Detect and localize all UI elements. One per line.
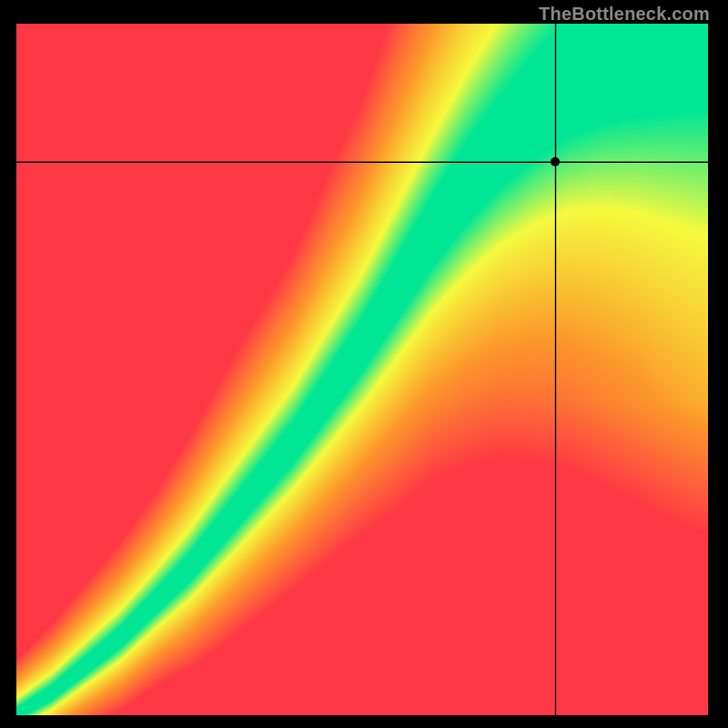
chart-container: TheBottleneck.com (0, 0, 728, 728)
watermark-text: TheBottleneck.com (539, 4, 710, 25)
bottleneck-heatmap (16, 24, 708, 715)
